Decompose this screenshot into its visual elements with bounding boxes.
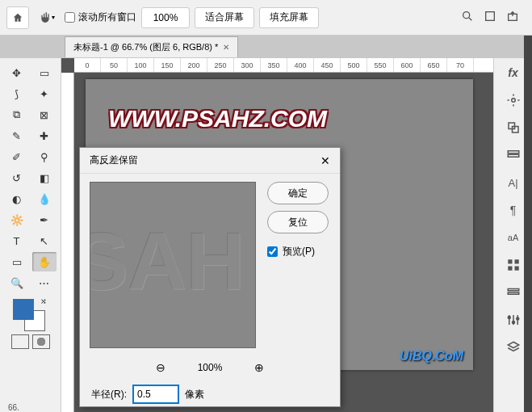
- scroll-all-checkbox[interactable]: 滚动所有窗口: [65, 11, 136, 24]
- svg-point-19: [512, 322, 514, 324]
- watermark-bottom: UiBQ.CoM: [400, 349, 463, 364]
- standard-mode[interactable]: [11, 334, 29, 349]
- adjustments-panel-icon[interactable]: [505, 312, 522, 328]
- more-tools[interactable]: ⋯: [32, 273, 57, 292]
- preview-zoom: 100%: [198, 362, 223, 373]
- document-tab-bar: 未标题-1 @ 66.7% (图层 6, RGB/8) * ✕: [0, 36, 532, 58]
- swatches-panel-icon[interactable]: [505, 257, 522, 273]
- lasso-tool[interactable]: ⟆: [5, 84, 29, 103]
- svg-line-1: [469, 18, 471, 20]
- magic-wand-tool[interactable]: ✦: [32, 84, 57, 103]
- svg-rect-10: [514, 259, 518, 263]
- quick-mask-mode[interactable]: [32, 334, 50, 349]
- fit-screen-button[interactable]: 适合屏幕: [195, 7, 254, 28]
- move-tool[interactable]: ✥: [5, 63, 29, 82]
- brush-tool[interactable]: ✐: [5, 147, 29, 166]
- clone-source-icon[interactable]: [505, 120, 522, 136]
- radius-input[interactable]: [133, 385, 178, 403]
- svg-rect-12: [514, 267, 518, 271]
- zoom-level-input[interactable]: 100%: [141, 7, 190, 28]
- search-icon[interactable]: [461, 10, 474, 26]
- zoom-in-icon[interactable]: ⊕: [254, 361, 264, 374]
- svg-point-20: [516, 317, 518, 320]
- svg-rect-8: [508, 154, 519, 157]
- document-tab[interactable]: 未标题-1 @ 66.7% (图层 6, RGB/8) * ✕: [65, 36, 238, 57]
- radius-label: 半径(R):: [91, 388, 127, 401]
- clone-stamp-tool[interactable]: ⚲: [32, 147, 57, 166]
- rectangle-tool[interactable]: ▭: [5, 252, 29, 271]
- svg-point-4: [511, 99, 515, 103]
- pen-tool[interactable]: ✒: [32, 210, 57, 229]
- preview-checkbox[interactable]: 预览(P): [267, 245, 329, 259]
- character-panel-icon[interactable]: A|: [505, 174, 522, 191]
- high-pass-dialog: 高反差保留 ✕ SAH 确定 复位 预览(P) ⊖ 100% ⊕ 半径(R): …: [79, 147, 341, 407]
- svg-rect-2: [486, 11, 495, 20]
- history-brush-tool[interactable]: ↺: [5, 168, 29, 187]
- radius-unit: 像素: [185, 388, 204, 401]
- share-icon[interactable]: [506, 10, 519, 26]
- dialog-title: 高反差保留: [90, 153, 138, 167]
- dodge-tool[interactable]: 🔆: [5, 210, 29, 229]
- styles-panel-icon[interactable]: [505, 284, 522, 301]
- history-panel-icon[interactable]: [505, 147, 522, 163]
- hand-icon[interactable]: ▾: [34, 6, 60, 29]
- eraser-tool[interactable]: ◧: [32, 168, 57, 187]
- fill-screen-button[interactable]: 填充屏幕: [259, 7, 319, 28]
- layers-panel-icon[interactable]: [505, 339, 522, 355]
- tab-title: 未标题-1 @ 66.7% (图层 6, RGB/8) *: [73, 41, 218, 53]
- marquee-tool[interactable]: ▭: [32, 63, 57, 82]
- close-button[interactable]: ✕: [320, 154, 330, 167]
- zoom-tool[interactable]: 🔍: [5, 273, 29, 292]
- panel-collapse-bar[interactable]: [524, 36, 532, 412]
- svg-rect-9: [508, 259, 512, 263]
- brush-settings-icon[interactable]: [505, 92, 522, 108]
- hand-tool[interactable]: ✋: [32, 252, 57, 271]
- toolbox: ✥ ▭ ⟆ ✦ ⧉ ⊠ ✎ ✚ ✐ ⚲ ↺ ◧ ◐ 💧 🔆 ✒ T ↖ ▭ ✋ …: [0, 58, 61, 412]
- svg-rect-11: [508, 267, 512, 271]
- watermark-text: WWW.PSAHZ.COM: [108, 105, 327, 132]
- healing-brush-tool[interactable]: ✚: [32, 126, 57, 145]
- type-tool[interactable]: T: [5, 231, 29, 250]
- frame-tool[interactable]: ⊠: [32, 105, 57, 124]
- filter-preview[interactable]: SAH: [90, 182, 256, 348]
- svg-point-18: [508, 317, 510, 319]
- svg-rect-13: [508, 289, 519, 291]
- preview-label: 预览(P): [283, 245, 315, 259]
- frame-icon[interactable]: [484, 10, 496, 26]
- reset-button[interactable]: 复位: [267, 211, 329, 233]
- vertical-ruler: [61, 73, 74, 412]
- swap-colors-icon[interactable]: ⤭: [40, 297, 47, 305]
- svg-rect-14: [508, 292, 519, 294]
- glyphs-panel-icon[interactable]: aA: [505, 229, 522, 246]
- preview-content: SAH: [90, 215, 245, 308]
- foreground-color[interactable]: [13, 299, 34, 320]
- home-button[interactable]: [6, 6, 29, 29]
- path-select-tool[interactable]: ↖: [32, 231, 57, 250]
- ok-button[interactable]: 确定: [267, 182, 329, 204]
- paragraph-panel-icon[interactable]: ¶: [505, 202, 522, 218]
- scroll-all-label: 滚动所有窗口: [78, 11, 136, 24]
- options-bar: ▾ 滚动所有窗口 100% 适合屏幕 填充屏幕: [0, 0, 532, 36]
- svg-rect-7: [508, 151, 519, 153]
- status-zoom: 66.: [8, 403, 19, 412]
- color-swatch[interactable]: ⤭: [13, 299, 45, 331]
- gradient-tool[interactable]: ◐: [5, 189, 29, 208]
- close-icon[interactable]: ✕: [223, 43, 229, 52]
- blur-tool[interactable]: 💧: [32, 189, 57, 208]
- svg-point-0: [463, 11, 470, 18]
- horizontal-ruler: 050100 150200250 300350400 450500550 600…: [74, 58, 493, 73]
- crop-tool[interactable]: ⧉: [5, 105, 29, 124]
- zoom-out-icon[interactable]: ⊖: [156, 361, 165, 374]
- fx-panel-icon[interactable]: fx: [505, 65, 522, 81]
- eyedropper-tool[interactable]: ✎: [5, 126, 29, 145]
